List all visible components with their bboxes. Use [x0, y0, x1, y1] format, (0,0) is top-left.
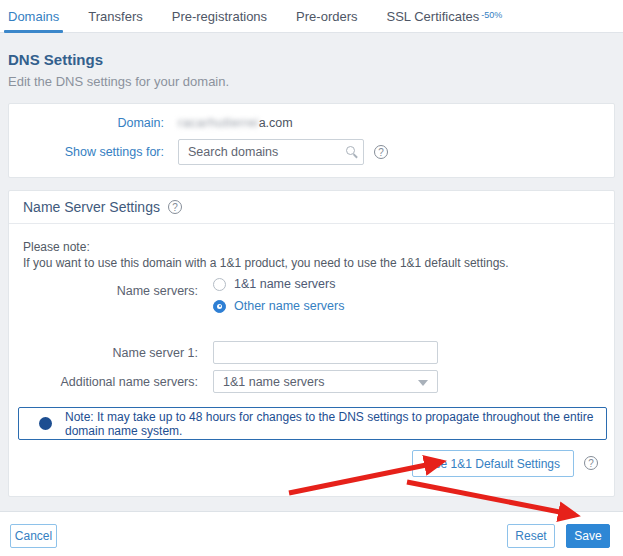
nameserver-help-icon[interactable]: ?	[168, 200, 182, 214]
tab-pre-registrations[interactable]: Pre-registrations	[172, 0, 267, 32]
please-note-body: If you want to use this domain with a 1&…	[23, 255, 509, 271]
name-server-1-label: Name server 1:	[9, 346, 198, 360]
domain-card: Domain: racarhutlerreia.com Show setting…	[8, 103, 615, 178]
reset-button[interactable]: Reset	[507, 524, 555, 548]
propagation-note-text: Note: It may take up to 48 hours for cha…	[65, 410, 594, 438]
tab-label: Pre-orders	[296, 9, 357, 24]
name-servers-label: Name servers:	[9, 284, 198, 298]
dropdown-selected-value: 1&1 name servers	[223, 375, 324, 389]
show-settings-label: Show settings for:	[9, 145, 164, 159]
domain-search-box	[178, 139, 364, 165]
radio-label: 1&1 name servers	[234, 277, 335, 291]
show-settings-row: Show settings for: ?	[9, 139, 614, 165]
domain-search-input[interactable]	[178, 139, 364, 165]
top-tab-bar: Domains Transfers Pre-registrations Pre-…	[0, 0, 623, 33]
tab-label: Pre-registrations	[172, 9, 267, 24]
radio-other-name-servers[interactable]: Other name servers	[213, 299, 344, 313]
domain-visible-text: a.com	[259, 116, 293, 130]
tab-transfers[interactable]: Transfers	[88, 0, 142, 32]
footer-bar: Cancel Reset Save	[0, 511, 623, 556]
cancel-button[interactable]: Cancel	[10, 524, 57, 548]
nameserver-card-title: Name Server Settings	[23, 199, 160, 215]
default-settings-help-icon[interactable]: ?	[584, 456, 598, 470]
tab-pre-orders[interactable]: Pre-orders	[296, 0, 357, 32]
use-default-settings-button[interactable]: Use 1&1 Default Settings	[412, 450, 574, 477]
tab-label: SSL Certificates	[387, 9, 480, 24]
info-dot-icon	[39, 417, 52, 430]
nameserver-card: Name Server Settings ? Please note: If y…	[8, 190, 615, 497]
additional-name-servers-label: Additional name servers:	[9, 375, 198, 389]
page-title: DNS Settings	[8, 51, 103, 68]
save-button[interactable]: Save	[566, 524, 610, 548]
search-help-icon[interactable]: ?	[374, 145, 388, 159]
tab-ssl-certificates[interactable]: SSL Certificates -50%	[387, 0, 503, 32]
domain-label: Domain:	[9, 116, 164, 130]
name-servers-row: Name servers: 1&1 name servers Other nam…	[9, 277, 614, 313]
radio-unselected-icon[interactable]	[213, 278, 226, 291]
tab-domains[interactable]: Domains	[8, 0, 59, 32]
radio-1and1-name-servers[interactable]: 1&1 name servers	[213, 277, 344, 291]
name-server-1-input[interactable]	[213, 341, 438, 364]
search-icon[interactable]	[346, 146, 355, 155]
domain-value: racarhutlerreia.com	[178, 116, 293, 130]
nameserver-card-header: Name Server Settings ?	[9, 191, 614, 224]
please-note-heading: Please note:	[23, 239, 509, 255]
name-servers-radio-group: 1&1 name servers Other name servers	[213, 277, 344, 313]
name-server-1-row: Name server 1:	[9, 341, 614, 364]
domain-redacted-text: racarhutlerrei	[178, 116, 259, 130]
radio-selected-icon[interactable]	[213, 300, 226, 313]
tab-label: Transfers	[88, 9, 142, 24]
please-note-block: Please note: If you want to use this dom…	[23, 239, 509, 271]
propagation-note-box: Note: It may take up to 48 hours for cha…	[18, 407, 607, 440]
additional-name-servers-dropdown[interactable]: 1&1 name servers	[213, 370, 438, 393]
radio-label: Other name servers	[234, 299, 344, 313]
page-subtitle: Edit the DNS settings for your domain.	[8, 74, 229, 89]
additional-name-servers-row: Additional name servers: 1&1 name server…	[9, 370, 614, 393]
chevron-down-icon	[418, 380, 428, 386]
tab-label: Domains	[8, 9, 59, 24]
domain-row: Domain: racarhutlerreia.com	[9, 116, 614, 130]
discount-badge: -50%	[481, 10, 502, 20]
